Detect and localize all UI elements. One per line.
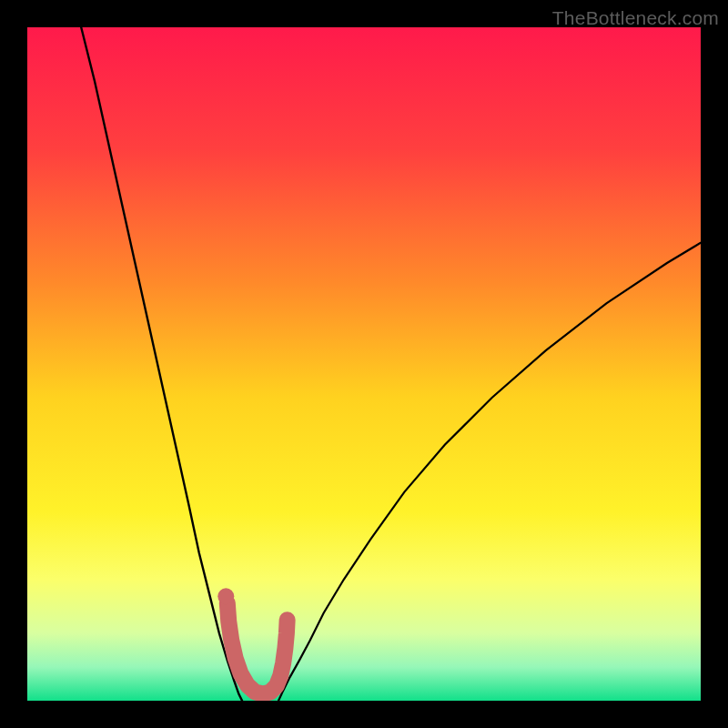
valley-highlight-stroke — [228, 603, 288, 694]
chart-frame: TheBottleneck.com — [0, 0, 728, 728]
right-curve-line — [278, 243, 701, 701]
valley-highlight-dot — [217, 588, 234, 604]
left-curve-line — [81, 27, 242, 701]
chart-curves — [27, 27, 701, 701]
plot-area — [27, 27, 701, 701]
watermark-text: TheBottleneck.com — [552, 7, 719, 29]
